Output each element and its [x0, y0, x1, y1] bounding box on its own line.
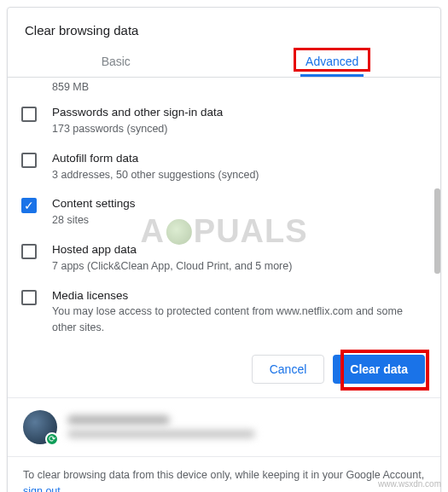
tab-advanced-label: Advanced	[305, 55, 358, 68]
clear-browsing-data-dialog: Clear browsing data Basic Advanced 859 M…	[7, 7, 441, 492]
account-name-blurred	[67, 415, 170, 425]
settings-list: 859 MB Passwords and other sign-in data …	[8, 78, 440, 343]
footer-after: .	[61, 485, 63, 492]
checkbox-hosted-app[interactable]	[21, 244, 37, 259]
item-subtext: 173 passwords (synced)	[52, 121, 427, 137]
cancel-button[interactable]: Cancel	[252, 355, 325, 384]
tab-basic[interactable]: Basic	[8, 44, 224, 77]
footer-text: To clear browsing data from this device …	[8, 457, 440, 492]
checkbox-content-settings[interactable]: ✓	[21, 198, 37, 213]
list-item: Autofill form data 3 addresses, 50 other…	[21, 144, 427, 190]
clear-data-button[interactable]: Clear data	[333, 355, 425, 384]
account-info-redacted	[67, 415, 425, 438]
truncated-item-subtext: 859 MB	[21, 81, 427, 93]
list-item: Passwords and other sign-in data 173 pas…	[21, 98, 427, 144]
avatar: ⟳	[23, 410, 57, 444]
account-email-blurred	[67, 430, 255, 438]
item-title: Media licenses	[52, 288, 427, 304]
checkbox-autofill[interactable]	[21, 153, 37, 168]
tab-bar: Basic Advanced	[8, 44, 440, 78]
item-subtext: 7 apps (Click&Clean App, Cloud Print, an…	[52, 258, 427, 275]
dialog-title: Clear browsing data	[8, 8, 440, 44]
sync-icon: ⟳	[45, 432, 59, 446]
source-watermark: www.wsxdn.com	[378, 479, 441, 489]
tab-advanced[interactable]: Advanced	[224, 44, 441, 77]
item-subtext: 3 addresses, 50 other suggestions (synce…	[52, 167, 427, 183]
list-item: Media licenses You may lose access to pr…	[21, 281, 427, 343]
check-icon: ✓	[24, 200, 34, 211]
dialog-actions: Cancel Clear data	[8, 343, 440, 397]
item-title: Hosted app data	[52, 242, 427, 258]
item-subtext: 28 sites	[52, 212, 427, 229]
account-section: ⟳	[8, 398, 440, 456]
scrollbar-thumb[interactable]	[434, 188, 440, 274]
item-title: Autofill form data	[52, 151, 427, 167]
sign-out-link[interactable]: sign out	[23, 485, 61, 492]
checkbox-media-licenses[interactable]	[21, 290, 37, 305]
footer-before: To clear browsing data from this device …	[23, 469, 424, 481]
item-title: Content settings	[52, 196, 427, 212]
list-item: Hosted app data 7 apps (Click&Clean App,…	[21, 235, 427, 281]
item-title: Passwords and other sign-in data	[52, 105, 427, 121]
item-subtext: You may lose access to protected content…	[52, 304, 427, 336]
list-item: ✓ Content settings 28 sites	[21, 189, 427, 235]
checkbox-passwords[interactable]	[21, 107, 37, 122]
